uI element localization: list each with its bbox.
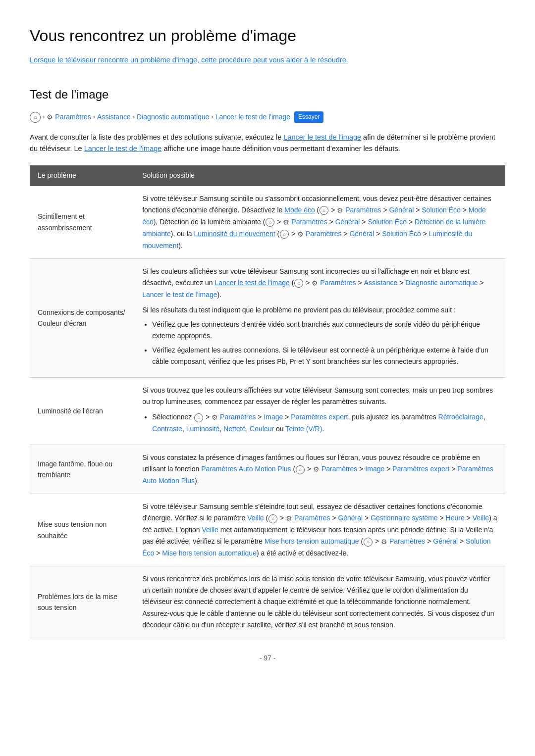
table-row: Connexions de composants/ Couleur d'écra… xyxy=(30,258,505,378)
subtitle: Lorsque le téléviseur rencontre un probl… xyxy=(30,54,505,65)
lancer-test-link-3[interactable]: Lancer le test de l'image xyxy=(215,279,290,287)
home-icon-inline: ⌂ xyxy=(320,206,328,215)
col-header-problem: Le problème xyxy=(30,165,134,186)
problem-label: Problèmes lors de la mise sous tension xyxy=(30,566,134,638)
gear-icon-inline: ⚙ xyxy=(337,206,343,214)
home-icon-inline7: ⌂ xyxy=(268,514,277,523)
mode-eco-link[interactable]: Mode éco xyxy=(284,206,315,214)
solution-cell: Si les couleurs affichées sur votre télé… xyxy=(134,258,505,378)
breadcrumb-lancer-test[interactable]: Lancer le test de l'image xyxy=(215,112,290,123)
intro-text: Avant de consulter la liste des problème… xyxy=(30,132,505,154)
problem-label: Mise sous tension non souhaitée xyxy=(30,494,134,566)
solution-cell: Si vous trouvez que les couleurs affiché… xyxy=(134,378,505,445)
essayer-badge[interactable]: Essayer xyxy=(294,111,323,123)
home-icon-inline6: ⌂ xyxy=(296,465,305,474)
gear-icon-inline7: ⚙ xyxy=(286,514,292,522)
lancer-test-link-2[interactable]: Lancer le test de l'image xyxy=(84,145,162,152)
lancer-test-link-1[interactable]: Lancer le test de l'image xyxy=(283,133,361,141)
home-icon-inline4: ⌂ xyxy=(294,279,303,288)
breadcrumb: ⌂ › ⚙ Paramètres › Assistance › Diagnost… xyxy=(30,111,505,123)
solution-cell: Si vous rencontrez des problèmes lors de… xyxy=(134,566,505,638)
breadcrumb-assistance[interactable]: Assistance xyxy=(97,112,131,123)
problems-table: Le problème Solution possible Scintillem… xyxy=(30,165,505,638)
table-row: Image fantôme, floue ou tremblante Si vo… xyxy=(30,445,505,494)
table-row: Scintillement et assombrissement Si votr… xyxy=(30,186,505,258)
home-icon-inline3: ⌂ xyxy=(280,230,289,239)
gear-icon-inline5: ⚙ xyxy=(212,413,218,421)
table-row: Mise sous tension non souhaitée Si votre… xyxy=(30,494,505,566)
list-item: Sélectionnez ⌂ > ⚙ Paramètres > Image > … xyxy=(152,411,497,435)
gear-icon-inline2: ⚙ xyxy=(283,218,289,226)
problem-label: Image fantôme, floue ou tremblante xyxy=(30,445,134,494)
page-title: Vous rencontrez un problème d'image xyxy=(30,24,505,49)
gear-icon-inline3: ⚙ xyxy=(297,230,304,238)
solution-cell: Si votre téléviseur Samsung scintille ou… xyxy=(134,186,505,258)
home-icon-inline5: ⌂ xyxy=(194,413,203,422)
home-icon-inline2: ⌂ xyxy=(266,218,274,227)
table-row: Problèmes lors de la mise sous tension S… xyxy=(30,566,505,638)
footer-page-number: - 97 - xyxy=(30,653,505,664)
problem-label: Luminosité de l'écran xyxy=(30,378,134,445)
gear-icon-inline6: ⚙ xyxy=(313,465,320,473)
table-row: Luminosité de l'écran Si vous trouvez qu… xyxy=(30,378,505,445)
solution-cell: Si vous constatez la présence d'images f… xyxy=(134,445,505,494)
gear-icon: ⚙ xyxy=(47,112,53,123)
problem-label: Scintillement et assombrissement xyxy=(30,186,134,258)
luminosite-mvt-link[interactable]: Luminosité du mouvement xyxy=(194,230,275,238)
breadcrumb-parametres[interactable]: Paramètres xyxy=(55,112,91,123)
list-item: Vérifiez que les connecteurs d'entrée vi… xyxy=(152,319,497,342)
gear-icon-inline8: ⚙ xyxy=(381,538,387,546)
home-icon: ⌂ xyxy=(30,112,41,123)
col-header-solution: Solution possible xyxy=(134,165,505,186)
section-title: Test de l'image xyxy=(30,85,505,103)
problem-label: Connexions de composants/ Couleur d'écra… xyxy=(30,258,134,378)
home-icon-inline8: ⌂ xyxy=(364,538,373,547)
list-item: Vérifiez également les autres connexions… xyxy=(152,345,497,367)
breadcrumb-diagnostic[interactable]: Diagnostic automatique xyxy=(137,112,209,123)
solution-cell: Si votre téléviseur Samsung semble s'éte… xyxy=(134,494,505,566)
gear-icon-inline4: ⚙ xyxy=(312,279,318,287)
